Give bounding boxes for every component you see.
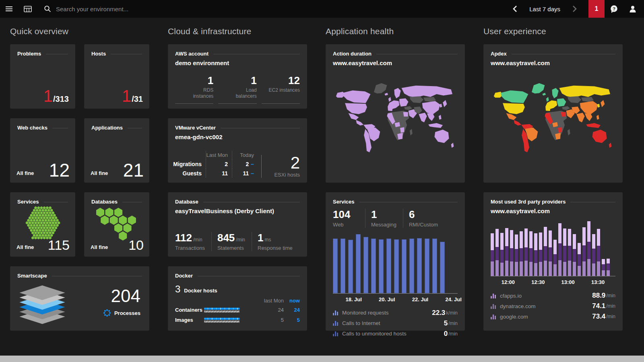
stat-web: 104 Web — [333, 209, 365, 228]
request-bar — [432, 239, 437, 293]
bar-segment-top — [510, 230, 513, 248]
chevron-left-icon — [512, 5, 518, 13]
services-stats: 104 Web 1 Messaging 6 RMI/Custom — [326, 205, 465, 228]
bar-segment-middle — [573, 249, 576, 262]
vmware-vcenter-tile[interactable]: VMware vCenter emea-gdn-vc002 Last Mon T… — [168, 118, 307, 183]
provider-bar — [568, 220, 571, 276]
bar-segment-bottom — [491, 261, 494, 276]
request-bar — [333, 239, 338, 293]
bar-segment-middle — [582, 245, 586, 261]
legend-row[interactable]: Calls to Internet 5 /min — [333, 318, 458, 329]
action-duration-tile[interactable]: Action duration www.easytravel.com — [326, 44, 465, 183]
applications-tile[interactable]: Applications All fine 21 — [84, 118, 149, 183]
problems-count-badge[interactable]: 1 — [588, 0, 605, 18]
bar-segment-top — [597, 229, 600, 246]
legend-row[interactable]: cfapps.io 88.9 /min — [491, 290, 615, 301]
bar-segment-middle — [563, 246, 566, 262]
bar-segment-bottom — [563, 262, 566, 276]
bar-chart-icon — [333, 310, 339, 315]
x-axis-label: 12:00 — [502, 279, 515, 285]
problems-tile[interactable]: Problems 1 /313 — [10, 44, 75, 109]
menu-button[interactable] — [0, 0, 18, 18]
provider-bar — [510, 220, 513, 276]
bar-segment-middle — [495, 247, 499, 260]
provider-bar — [553, 220, 557, 276]
x-axis-label: 24. Jul — [445, 296, 461, 302]
aws-environment-name: demo environment — [168, 57, 307, 66]
bar-segment-middle — [578, 254, 581, 266]
x-axis-label: 20. Jul — [379, 296, 395, 302]
apdex-tile[interactable]: Apdex www.easytravel.com — [483, 44, 623, 183]
bar-segment-top — [495, 229, 499, 247]
docker-tile[interactable]: Docker 3 Docker hosts last Mon now Conta… — [168, 266, 307, 331]
dashboard: Quick overview Problems 1 /313 Hosts 1 /… — [0, 18, 644, 340]
status-label: All fine — [91, 244, 108, 250]
bar-segment-top — [563, 228, 566, 246]
services-tile[interactable]: Services All fine 115 — [10, 192, 75, 257]
provider-bar — [524, 220, 528, 276]
smartscape-tile[interactable]: Smartscape 204 — [10, 266, 149, 331]
legend-unit: /min — [606, 293, 615, 298]
section-title: Quick overview — [10, 27, 149, 36]
user-button[interactable] — [623, 0, 644, 18]
timeframe-label[interactable]: Last 7 days — [529, 6, 560, 12]
title-divider — [221, 128, 300, 128]
legend-value: 73.4 — [592, 313, 605, 321]
bar-segment-top — [578, 243, 581, 254]
bar-segment-bottom — [602, 270, 605, 276]
provider-bar — [491, 220, 494, 276]
legend-row[interactable]: Calls to unmonitored hosts 0 /min — [333, 329, 458, 339]
processes-icon — [103, 309, 111, 317]
database-stats: 112/min Transactions 845/min Statements … — [168, 228, 307, 251]
timeframe-next-button[interactable] — [567, 0, 583, 18]
dashboards-button[interactable] — [18, 0, 37, 18]
bar-segment-bottom — [553, 264, 557, 276]
services-chart-tile[interactable]: Services 104 Web 1 Messaging 6 RMI/Custo… — [326, 192, 465, 331]
timeframe-prev-button[interactable] — [507, 0, 523, 18]
search-box[interactable] — [44, 5, 225, 12]
status-label: All fine — [91, 170, 108, 176]
request-bar — [409, 239, 414, 293]
bar-segment-top — [602, 259, 605, 264]
legend-unit: k/min — [446, 310, 458, 316]
search-icon — [44, 5, 51, 12]
legend-row[interactable]: dynatrace.com 74.1 /min — [491, 301, 615, 311]
title-divider — [44, 202, 68, 202]
smartscape-layers-icon — [17, 285, 68, 325]
title-divider — [376, 54, 458, 54]
bar-segment-bottom — [544, 261, 547, 276]
third-party-providers-tile[interactable]: Most used 3rd party providers www.easytr… — [483, 192, 623, 331]
bar-segment-bottom — [500, 263, 504, 276]
bar-segment-top — [587, 221, 590, 242]
status-label: All fine — [17, 244, 34, 250]
hosts-tile[interactable]: Hosts 1 /31 — [84, 44, 149, 109]
database-tile[interactable]: Database easyTravelBusiness (Derby Clien… — [168, 192, 307, 257]
processes-count: 204 — [111, 287, 140, 305]
web-checks-tile[interactable]: Web checks All fine 12 — [10, 118, 75, 183]
request-bar — [394, 239, 399, 293]
bar-segment-bottom — [568, 261, 571, 276]
request-bar — [440, 242, 445, 293]
legend-row[interactable]: google.com 73.4 /min — [491, 311, 615, 322]
databases-tile[interactable]: Databases All fine 10 — [84, 192, 149, 257]
provider-bar — [582, 220, 586, 276]
search-input[interactable] — [56, 6, 225, 12]
request-bar — [341, 239, 345, 293]
vcenter-name: emea-gdn-vc002 — [168, 131, 307, 140]
hosts-count: 1 /31 — [122, 88, 143, 105]
provider-bar — [607, 220, 610, 276]
bar-segment-top — [529, 231, 533, 248]
request-bar — [417, 238, 422, 293]
horizontal-scrollbar[interactable] — [0, 356, 644, 362]
x-axis-label: 22. Jul — [412, 296, 428, 302]
request-bar — [371, 239, 376, 293]
migrations-last-mon: 2 — [206, 159, 232, 169]
column-header: last Mon — [261, 298, 284, 304]
help-button[interactable]: ? — [605, 0, 623, 18]
stat-label: Load balancers — [225, 87, 257, 100]
section-title: Application health — [326, 27, 465, 36]
aws-account-tile[interactable]: AWS account demo environment 1 RDS insta… — [168, 44, 307, 109]
legend-label: google.com — [500, 314, 592, 320]
bar-segment-middle — [602, 264, 605, 270]
legend-row[interactable]: Monitored requests 22.3 k/min — [333, 308, 458, 318]
